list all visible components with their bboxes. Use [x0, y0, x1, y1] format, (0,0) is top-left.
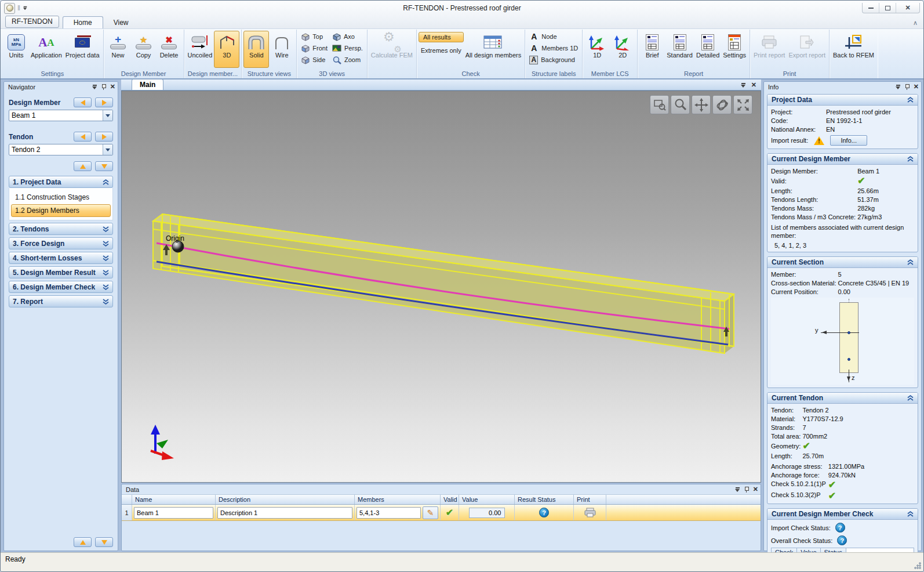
- label-node-button[interactable]: A Node: [527, 31, 580, 42]
- nav-header-short-term-losses[interactable]: 4. Short-term Losses: [9, 252, 113, 264]
- panel-menu-icon[interactable]: [896, 85, 901, 89]
- restore-button[interactable]: [879, 3, 896, 13]
- 3d-viewport[interactable]: Origin: [121, 90, 761, 483]
- nav-scroll-up-button[interactable]: [74, 537, 92, 547]
- close-button[interactable]: ✕: [896, 3, 919, 13]
- tab-home[interactable]: Home: [63, 16, 103, 28]
- tab-view[interactable]: View: [103, 17, 139, 28]
- delete-button[interactable]: ✖ Delete: [157, 31, 182, 68]
- name-input[interactable]: Beam 1: [134, 507, 213, 519]
- calculate-fem-button[interactable]: ⚙⚙ Calculate FEM: [369, 31, 414, 68]
- pin-icon[interactable]: [905, 84, 910, 90]
- new-button[interactable]: + New: [106, 31, 131, 68]
- view-top-button[interactable]: Top: [299, 31, 330, 42]
- dropdown-button[interactable]: [103, 144, 112, 155]
- members-input[interactable]: 5,4,1-3: [356, 507, 421, 519]
- minimize-button[interactable]: [863, 3, 879, 13]
- value-field[interactable]: 0.00: [469, 508, 505, 518]
- section-header[interactable]: Project Data: [767, 95, 918, 106]
- edit-members-button[interactable]: ✎: [423, 506, 438, 519]
- design-member-next-button[interactable]: [95, 97, 113, 107]
- close-icon[interactable]: ✕: [110, 84, 115, 90]
- lcs-2d-button[interactable]: 2D: [610, 31, 635, 68]
- girder-3d-model[interactable]: Origin: [122, 91, 761, 482]
- col-description[interactable]: Description: [216, 495, 355, 504]
- info-button[interactable]: Info...: [830, 135, 867, 146]
- back-to-rfem-button[interactable]: Back to RFEM: [831, 31, 876, 68]
- col-members[interactable]: Members: [355, 495, 441, 504]
- col-valid[interactable]: Valid: [441, 495, 459, 504]
- nav-header-report[interactable]: 7. Report: [9, 295, 113, 307]
- lcs-1d-button[interactable]: 1D: [584, 31, 610, 68]
- project-data-button[interactable]: Project data: [64, 31, 101, 68]
- tab-rf-tendon[interactable]: RF-TENDON: [5, 16, 59, 28]
- view-side-button[interactable]: Side: [299, 54, 330, 66]
- close-icon[interactable]: ✕: [914, 84, 919, 90]
- extremes-only-button[interactable]: Extremes only: [419, 45, 464, 56]
- tendon-select[interactable]: Tendon 2: [9, 144, 113, 155]
- question-icon[interactable]: ?: [539, 508, 549, 517]
- description-input[interactable]: Description 1: [217, 507, 352, 519]
- section-header[interactable]: Current Section: [767, 257, 918, 268]
- print-report-button[interactable]: Print report: [752, 31, 787, 68]
- label-members-1d-button[interactable]: A Members 1D: [527, 42, 580, 54]
- col-print[interactable]: Print: [574, 495, 606, 504]
- pin-icon[interactable]: [744, 487, 749, 493]
- label-background-button[interactable]: A Background: [527, 54, 580, 66]
- tendon-next-button[interactable]: [95, 132, 113, 142]
- uncoiled-button[interactable]: Uncoiled: [186, 31, 214, 68]
- 3d-button[interactable]: 3D: [214, 31, 239, 68]
- view-zoom-button[interactable]: Zoom: [330, 54, 365, 66]
- section-header[interactable]: Current Design Member Check: [767, 509, 918, 520]
- units-button[interactable]: kN MPa Units: [3, 31, 29, 68]
- copy-button[interactable]: ★ Copy: [131, 31, 157, 68]
- fit-view-button[interactable]: [733, 95, 752, 114]
- col-result-status[interactable]: Result Status: [515, 495, 574, 504]
- pin-icon[interactable]: [101, 84, 106, 90]
- section-header[interactable]: Current Tendon: [767, 393, 918, 404]
- close-icon[interactable]: ✕: [751, 82, 756, 88]
- view-front-button[interactable]: Front: [299, 42, 330, 54]
- nav-header-project-data[interactable]: 1. Project Data: [9, 176, 113, 188]
- view-persp-button[interactable]: Persp.: [330, 42, 365, 54]
- design-member-prev-button[interactable]: [74, 97, 92, 107]
- report-settings-button[interactable]: Settings: [721, 31, 748, 68]
- nav-header-design-member-result[interactable]: 5. Design Member Result: [9, 266, 113, 278]
- panel-menu-icon[interactable]: [735, 487, 740, 492]
- col-value[interactable]: Value: [459, 495, 515, 504]
- wire-button[interactable]: Wire: [269, 31, 294, 68]
- tab-main[interactable]: Main: [132, 79, 163, 90]
- all-design-members-button[interactable]: All design members: [464, 31, 523, 68]
- nav-header-force-design[interactable]: 3. Force Design: [9, 237, 113, 249]
- pan-button[interactable]: [692, 95, 711, 114]
- printer-icon[interactable]: [584, 508, 596, 517]
- all-results-button[interactable]: All results: [419, 32, 464, 42]
- move-down-button[interactable]: [95, 161, 113, 171]
- nav-item-construction-stages[interactable]: 1.1 Construction Stages: [11, 191, 111, 204]
- export-report-button[interactable]: Export report: [787, 31, 827, 68]
- tab-list-icon[interactable]: [741, 83, 746, 88]
- nav-header-tendons[interactable]: 2. Tendons: [9, 223, 113, 235]
- close-icon[interactable]: ✕: [753, 486, 758, 493]
- origin-node[interactable]: [172, 241, 184, 252]
- minimize-ribbon-icon[interactable]: ∧: [913, 19, 918, 27]
- col-name[interactable]: Name: [132, 495, 216, 504]
- dropdown-button[interactable]: [103, 110, 112, 121]
- brief-report-button[interactable]: Brief: [639, 31, 665, 68]
- nav-scroll-down-button[interactable]: [95, 537, 113, 547]
- view-axo-button[interactable]: Axo: [330, 31, 365, 42]
- detailed-report-button[interactable]: Detailed: [694, 31, 721, 68]
- panel-menu-icon[interactable]: [92, 85, 97, 89]
- rotate-button[interactable]: [712, 95, 732, 114]
- application-button[interactable]: AA Application: [29, 31, 64, 68]
- tendon-prev-button[interactable]: [74, 132, 92, 142]
- nav-item-design-members[interactable]: 1.2 Design Members: [11, 204, 111, 217]
- solid-button[interactable]: Solid: [243, 31, 269, 68]
- design-member-select[interactable]: Beam 1: [9, 110, 113, 121]
- standard-report-button[interactable]: Standard: [665, 31, 694, 68]
- zoom-window-button[interactable]: [650, 95, 669, 114]
- resize-grip[interactable]: [914, 562, 921, 569]
- move-up-button[interactable]: [74, 161, 92, 171]
- section-header[interactable]: Current Design Member: [767, 154, 918, 165]
- zoom-button[interactable]: [671, 95, 690, 114]
